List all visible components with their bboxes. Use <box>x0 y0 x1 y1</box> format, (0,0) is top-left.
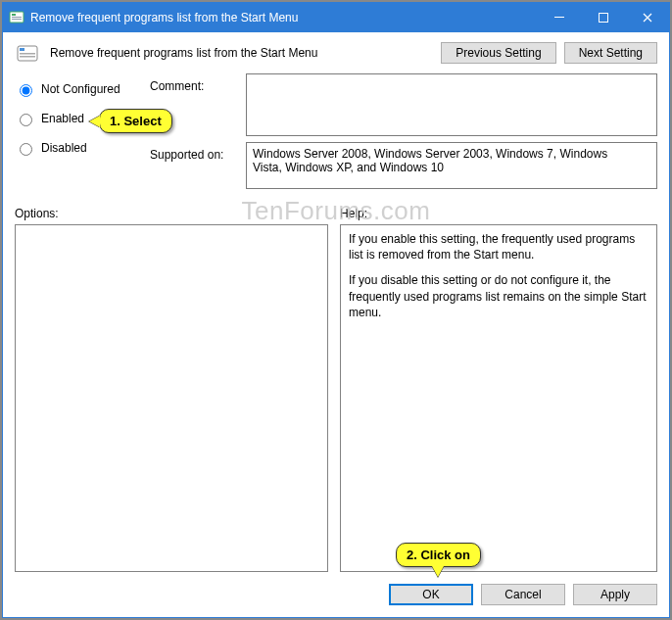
radio-not-configured-label: Not Configured <box>41 82 120 96</box>
close-button[interactable] <box>625 3 669 32</box>
radio-not-configured[interactable]: Not Configured <box>15 81 142 97</box>
policy-header: Remove frequent programs list from the S… <box>15 42 657 64</box>
help-pane: If you enable this setting, the frequent… <box>340 224 657 572</box>
cancel-button[interactable]: Cancel <box>481 584 565 605</box>
comment-textarea[interactable] <box>246 73 657 136</box>
maximize-button[interactable] <box>581 3 625 32</box>
state-radio-group: Not Configured Enabled 1. Select Disable… <box>15 73 142 169</box>
svg-rect-3 <box>12 19 22 20</box>
radio-enabled-input[interactable] <box>20 114 32 126</box>
dialog-button-row: 2. Click on OK Cancel Apply <box>15 582 657 605</box>
policy-icon <box>15 42 42 64</box>
svg-rect-7 <box>20 48 24 51</box>
radio-disabled-input[interactable] <box>20 143 32 156</box>
callout-click-on: 2. Click on <box>396 543 481 567</box>
svg-rect-4 <box>554 17 564 18</box>
policy-editor-window: Remove frequent programs list from the S… <box>2 2 670 618</box>
help-paragraph: If you enable this setting, the frequent… <box>349 231 648 262</box>
radio-enabled[interactable]: Enabled 1. Select <box>15 111 142 126</box>
svg-rect-9 <box>20 56 35 58</box>
titlebar: Remove frequent programs list from the S… <box>3 3 669 32</box>
svg-rect-2 <box>12 17 22 18</box>
help-label: Help: <box>340 207 367 220</box>
apply-button[interactable]: Apply <box>573 584 657 605</box>
radio-disabled[interactable]: Disabled <box>15 140 142 156</box>
previous-setting-button[interactable]: Previous Setting <box>441 42 555 64</box>
window-title: Remove frequent programs list from the S… <box>30 11 537 24</box>
supported-on-text <box>246 142 657 189</box>
policy-title: Remove frequent programs list from the S… <box>50 46 433 60</box>
comment-label: Comment: <box>150 73 238 93</box>
supported-on-label: Supported on: <box>150 142 238 162</box>
svg-rect-5 <box>599 14 607 23</box>
svg-rect-1 <box>12 14 16 16</box>
svg-rect-8 <box>20 53 35 55</box>
options-pane <box>15 224 328 572</box>
app-icon <box>9 10 24 25</box>
callout-select: 1. Select <box>99 109 172 133</box>
ok-button[interactable]: OK <box>389 584 473 605</box>
next-setting-button[interactable]: Next Setting <box>564 42 657 64</box>
minimize-button[interactable] <box>537 3 581 32</box>
radio-disabled-label: Disabled <box>41 141 87 155</box>
radio-enabled-label: Enabled <box>41 112 84 125</box>
radio-not-configured-input[interactable] <box>20 84 32 97</box>
help-paragraph: If you disable this setting or do not co… <box>349 272 648 320</box>
options-label: Options: <box>15 207 328 220</box>
